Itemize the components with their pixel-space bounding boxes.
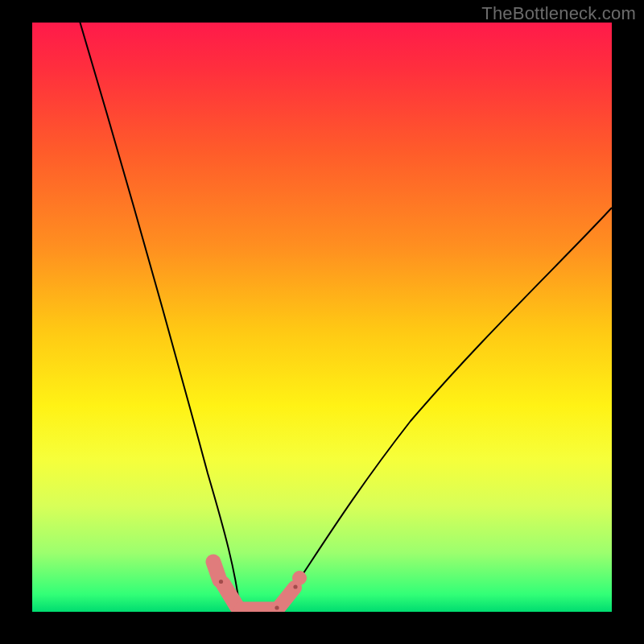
marker-left-seg-2 <box>223 584 237 606</box>
marker-right-dot-1 <box>275 605 279 609</box>
marker-right-dot-cap <box>293 572 307 585</box>
watermark-text: TheBottleneck.com <box>481 3 636 24</box>
chart-svg <box>32 23 612 612</box>
marker-right-dot-2 <box>293 584 297 588</box>
markers-right <box>275 572 306 610</box>
marker-left-dot-1 <box>219 580 223 584</box>
curve-right <box>279 208 612 609</box>
chart-frame: TheBottleneck.com <box>0 0 644 644</box>
marker-right-seg-1 <box>279 588 295 608</box>
curve-left <box>79 23 240 609</box>
plot-area <box>32 23 612 612</box>
